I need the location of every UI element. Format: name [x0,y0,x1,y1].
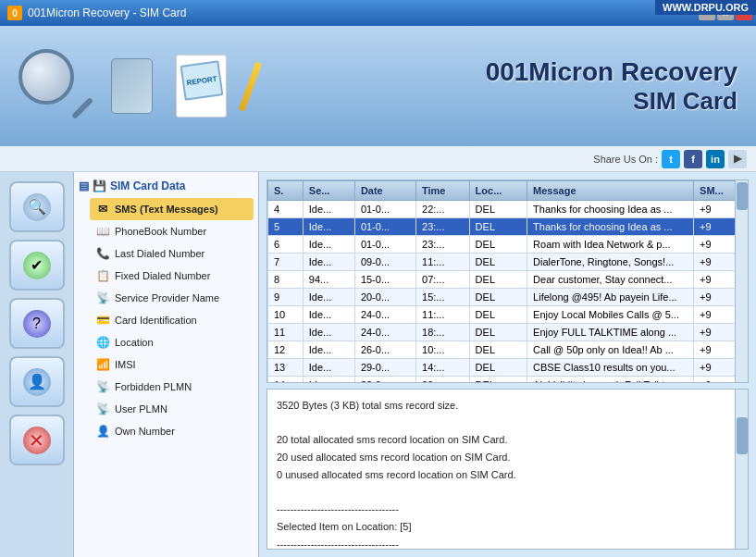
table-vertical-scrollbar[interactable] [735,180,748,382]
left-sidebar: 🔍 ✔ ? 👤 ✕ [0,172,74,557]
table-cell: Ab Validity ke saath Full Talkt... [527,377,694,383]
sidebar-item-location[interactable]: 🌐 Location [90,331,254,353]
table-cell: 14:... [416,359,470,377]
pencil-icon [239,61,262,111]
info-line4: 20 used allocated sms record location on… [277,449,738,466]
table-cell: 01-0... [354,218,415,236]
table-cell: Call @ 50p only on Idea!! Ab ... [527,341,694,359]
app-title: 001Micron Recovery SIM Card [486,57,737,116]
help-icon: ? [23,310,51,338]
table-row[interactable]: 6Ide...01-0...23:...DELRoam with Idea Ne… [268,236,748,254]
header-icons: REPORT [19,49,254,123]
table-cell: 15-0... [354,271,415,289]
col-header-se: Se... [303,181,354,201]
sidebar-item-fixed-dialed[interactable]: 📋 Fixed Dialed Number [90,265,254,287]
contact-button[interactable]: 👤 [9,356,65,407]
table-scroll-thumb [737,182,748,210]
sidebar-item-own-number-label: Own Number [115,426,175,437]
table-cell: 9 [268,289,304,306]
info-vertical-scrollbar[interactable] [735,390,748,549]
table-cell: 20-0... [354,289,415,306]
table-header: S. Se... Date Time Loc... Message SM... [268,181,748,201]
table-cell: Ide... [303,306,354,324]
sidebar-item-own-number[interactable]: 👤 Own Number [90,420,254,442]
tree-expand-icon: ▤ [79,179,89,192]
table-row[interactable]: 10Ide...24-0...11:...DELEnjoy Local Mobi… [268,306,748,324]
more-share-button[interactable]: ▶ [728,150,747,168]
table-cell: Thanks for choosing Idea as ... [527,218,694,236]
tree-root-label: SIM Card Data [110,179,185,192]
table-row[interactable]: 5Ide...01-0...23:...DELThanks for choosi… [268,218,748,236]
info-line7: Selected Item on Location: [5] [277,518,738,536]
sidebar-item-card-id[interactable]: 💳 Card Identification [90,309,254,331]
table-row[interactable]: 7Ide...09-0...11:...DELDialerTone, Ringt… [268,254,748,271]
col-header-time: Time [416,181,470,201]
table-cell: Lifelong @495! Ab payein Life... [527,289,694,306]
table-row[interactable]: 9Ide...20-0...15:...DELLifelong @495! Ab… [268,289,748,306]
sidebar-item-service-provider[interactable]: 📡 Service Provider Name [90,287,254,309]
recover-button[interactable]: ✔ [9,240,65,291]
table-row[interactable]: 894...15-0...07:...DELDear customer, Sta… [268,271,748,289]
table-cell: 07:... [416,271,470,289]
table-cell: 12 [268,341,304,359]
table-cell: 18:... [416,324,470,341]
recover-icon: ✔ [23,252,51,279]
watermark-label: WWW.DRPU.ORG [655,0,756,15]
sidebar-item-location-label: Location [115,337,154,348]
horizontal-scrollbar[interactable] [267,382,748,383]
table-cell: Ide... [303,218,354,236]
sidebar-item-phonebook[interactable]: 📖 PhoneBook Number [90,220,254,242]
table-cell: 26-0... [354,341,415,359]
table-cell: 10 [268,306,304,324]
sms-icon: ✉ [95,202,110,217]
table-cell: Ide... [303,201,354,218]
card-id-icon: 💳 [95,313,110,328]
scan-button[interactable]: 🔍 [9,181,65,232]
sidebar-item-user-plmn[interactable]: 📡 User PLMN [90,398,254,420]
stop-button[interactable]: ✕ [9,415,65,465]
scan-icon: 🔍 [23,193,51,221]
sidebar-item-forbidden-plmn[interactable]: 📡 Forbidden PLMN [90,376,254,398]
info-line1: 3520 Bytes (3 KB) total sms record size. [277,397,738,415]
sidebar-item-imsi[interactable]: 📶 IMSI [90,353,254,376]
twitter-share-button[interactable]: t [662,150,680,168]
table-cell: 11:... [416,306,470,324]
table-cell: Roam with Idea Network & p... [527,236,694,254]
col-header-date: Date [354,181,415,201]
info-line2 [277,415,738,432]
table-cell: 8 [268,271,304,289]
sidebar-item-forbidden-plmn-label: Forbidden PLMN [115,381,192,392]
table-row[interactable]: 13Ide...29-0...14:...DELCBSE Class10 res… [268,359,748,377]
table-cell: 11 [268,324,304,341]
table-cell: 24-0... [354,306,415,324]
table-cell: 23:... [416,236,470,254]
table-row[interactable]: 11Ide...24-0...18:...DELEnjoy FULL TALKT… [268,324,748,341]
table-cell: Ide... [303,289,354,306]
info-line6 [277,483,738,501]
tree-panel: ▤ 💾 SIM Card Data ✉ SMS (Text Messages) … [74,172,259,557]
table-cell: DEL [469,254,527,271]
table-cell: Dear customer, Stay connect... [527,271,694,289]
location-icon: 🌐 [95,335,110,350]
table-row[interactable]: 4Ide...01-0...22:...DELThanks for choosi… [268,201,748,218]
linkedin-share-button[interactable]: in [706,150,725,168]
table-cell: 13 [268,359,304,377]
phonebook-icon: 📖 [95,224,110,239]
table-cell: 01-0... [354,201,415,218]
sidebar-item-sms[interactable]: ✉ SMS (Text Messages) [90,198,254,220]
share-bar: Share Us On : t f in ▶ [0,146,756,172]
facebook-share-button[interactable]: f [684,150,702,168]
sidebar-item-card-id-label: Card Identification [115,315,197,326]
sidebar-item-last-dialed[interactable]: 📞 Last Dialed Number [90,242,254,265]
contact-icon: 👤 [23,368,51,396]
info-divider1: ------------------------------------ [277,501,738,518]
app-header: REPORT 001Micron Recovery SIM Card [0,26,756,146]
table-row[interactable]: 12Ide...26-0...10:...DELCall @ 50p only … [268,341,748,359]
table-cell: DEL [469,306,527,324]
info-line5: 0 unused allocated sms record location o… [277,466,738,484]
main-content: 🔍 ✔ ? 👤 ✕ ▤ 💾 SIM Card Data ✉ SMS (Text … [0,172,756,557]
help-button[interactable]: ? [9,298,65,349]
table-cell: 5 [268,218,304,236]
info-scroll-thumb [737,417,748,454]
table-cell: 11:... [416,254,470,271]
